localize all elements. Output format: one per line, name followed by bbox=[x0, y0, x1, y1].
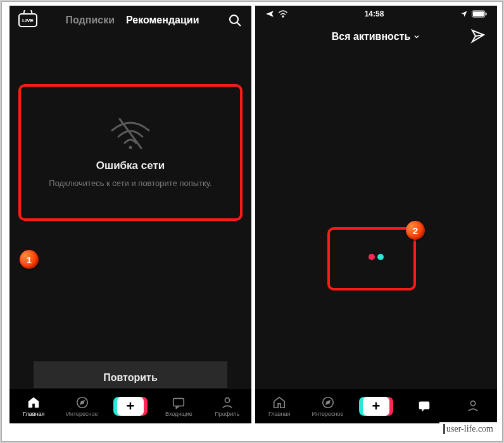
top-nav: LIVE Подписки Рекомендации bbox=[9, 6, 251, 35]
network-error-panel: Ошибка сети Подключитесь к сети и повтор… bbox=[20, 85, 241, 218]
activity-title: Вся активность bbox=[332, 31, 410, 42]
tab-interesting-label: Интересное bbox=[312, 411, 344, 417]
create-button[interactable]: + bbox=[116, 397, 145, 416]
activity-content: 2 bbox=[255, 51, 497, 423]
wifi-icon bbox=[278, 10, 288, 18]
message-icon bbox=[417, 399, 431, 413]
watermark: user-life.com bbox=[439, 422, 497, 436]
error-title: Ошибка сети bbox=[96, 159, 165, 172]
person-icon bbox=[220, 396, 234, 409]
send-button[interactable] bbox=[470, 28, 486, 44]
location-arrow-icon bbox=[460, 10, 468, 18]
search-button[interactable] bbox=[227, 13, 243, 28]
svg-line-1 bbox=[237, 23, 241, 27]
tab-inbox[interactable] bbox=[405, 399, 443, 414]
svg-point-6 bbox=[225, 397, 229, 402]
tab-profile-label: Профиль bbox=[215, 411, 239, 417]
loading-indicator bbox=[369, 254, 384, 260]
plus-icon: + bbox=[363, 397, 389, 416]
tab-interesting[interactable]: Интересное bbox=[309, 396, 347, 417]
airplane-icon bbox=[265, 9, 274, 18]
person-icon bbox=[466, 399, 480, 413]
loading-dot-cyan bbox=[377, 254, 384, 260]
tab-create[interactable]: + bbox=[111, 397, 149, 416]
svg-rect-9 bbox=[473, 11, 484, 16]
plus-icon: + bbox=[117, 397, 144, 416]
loading-dot-red bbox=[369, 254, 375, 260]
home-icon bbox=[27, 396, 41, 409]
tab-interesting-label: Интересное bbox=[66, 411, 98, 417]
tab-create[interactable]: + bbox=[357, 397, 395, 416]
status-time: 14:58 bbox=[365, 9, 384, 18]
annotation-marker-1: 1 bbox=[20, 250, 39, 269]
feed-tabs: Подписки Рекомендации bbox=[37, 15, 227, 26]
tab-profile[interactable]: Профиль bbox=[208, 396, 246, 417]
tab-home-label: Главная bbox=[23, 411, 44, 417]
tab-home[interactable]: Главная bbox=[15, 396, 53, 417]
compass-icon bbox=[75, 396, 89, 409]
battery-icon bbox=[472, 10, 487, 18]
bottom-tabbar: Главная Интересное + Входящие Профиль bbox=[9, 388, 251, 423]
tab-profile[interactable] bbox=[454, 399, 492, 414]
tab-following[interactable]: Подписки bbox=[66, 15, 115, 26]
svg-point-2 bbox=[129, 146, 132, 149]
home-icon bbox=[272, 396, 286, 409]
message-icon bbox=[172, 396, 186, 409]
svg-rect-10 bbox=[486, 13, 487, 16]
status-bar: 14:58 bbox=[255, 6, 497, 22]
screenshot-left: LIVE Подписки Рекомендации Ошибка сети П… bbox=[9, 6, 251, 423]
svg-point-7 bbox=[282, 16, 284, 17]
feed-content: Ошибка сети Подключитесь к сети и повтор… bbox=[9, 35, 251, 423]
chevron-down-icon bbox=[413, 33, 420, 41]
error-subtitle: Подключитесь к сети и повторите попытку. bbox=[44, 178, 217, 188]
compass-icon bbox=[321, 396, 335, 409]
retry-label: Повторить bbox=[103, 372, 158, 384]
screenshot-right: 14:58 Вся активность 2 bbox=[255, 6, 497, 423]
tab-home[interactable]: Главная bbox=[260, 396, 298, 417]
svg-point-14 bbox=[470, 401, 475, 405]
annotation-marker-2: 2 bbox=[406, 221, 425, 240]
live-button[interactable]: LIVE bbox=[18, 13, 37, 27]
tab-inbox[interactable]: Входящие bbox=[160, 396, 198, 417]
search-icon bbox=[227, 13, 243, 28]
tab-inbox-label: Входящие bbox=[165, 411, 192, 417]
bottom-tabbar: Главная Интересное + bbox=[255, 388, 497, 423]
svg-rect-5 bbox=[173, 398, 184, 406]
svg-point-0 bbox=[230, 15, 238, 23]
tab-interesting[interactable]: Интересное bbox=[63, 396, 101, 417]
activity-header[interactable]: Вся активность bbox=[255, 22, 497, 51]
live-label: LIVE bbox=[22, 18, 34, 23]
svg-rect-13 bbox=[419, 401, 430, 409]
tab-foryou[interactable]: Рекомендации bbox=[126, 15, 199, 26]
wifi-off-icon bbox=[108, 116, 153, 151]
tab-home-label: Главная bbox=[268, 411, 290, 417]
paper-plane-icon bbox=[470, 28, 486, 44]
create-button[interactable]: + bbox=[362, 397, 391, 416]
